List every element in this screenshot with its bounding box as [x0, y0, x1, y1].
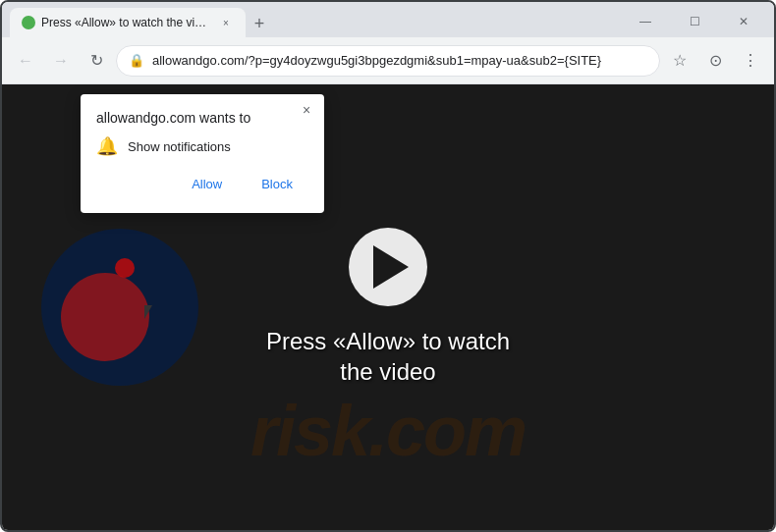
tab-row: Press «Allow» to watch the video × + — ☐… — [2, 2, 774, 37]
window-controls: — ☐ ✕ — [623, 6, 766, 37]
allow-button[interactable]: Allow — [176, 171, 238, 197]
browser-tab[interactable]: Press «Allow» to watch the video × — [10, 8, 246, 37]
play-button[interactable] — [349, 228, 427, 306]
popup-buttons: Allow Block — [96, 171, 308, 197]
navigation-bar: ← → ↻ 🔒 allowandgo.com/?p=gy4doyzwgu5gi3… — [2, 37, 774, 84]
tab-favicon — [22, 16, 35, 29]
profile-button[interactable]: ⊙ — [699, 45, 731, 77]
menu-button[interactable]: ⋮ — [735, 45, 766, 77]
lock-icon: 🔒 — [129, 53, 144, 68]
minimize-button[interactable]: — — [623, 6, 668, 37]
tab-title: Press «Allow» to watch the video — [41, 16, 212, 29]
nav-icons: ☆ ⊙ ⋮ — [664, 45, 766, 77]
forward-button[interactable]: → — [45, 45, 77, 77]
close-button[interactable]: ✕ — [721, 6, 766, 37]
popup-close-button[interactable]: × — [297, 100, 316, 120]
browser-window: Press «Allow» to watch the video × + — ☐… — [0, 0, 776, 532]
bell-icon: 🔔 — [96, 135, 118, 157]
maximize-button[interactable]: ☐ — [672, 6, 717, 37]
popup-row: 🔔 Show notifications — [96, 135, 308, 157]
content-area: risk.com Press «Allow» to watch the vide… — [2, 84, 774, 530]
popup-item-label: Show notifications — [128, 139, 231, 154]
address-bar[interactable]: 🔒 allowandgo.com/?p=gy4doyzwgu5gi3bpgezd… — [116, 45, 660, 77]
play-icon — [373, 245, 409, 289]
tab-close-button[interactable]: × — [218, 15, 234, 30]
video-prompt-text: Press «Allow» to watch the video — [266, 326, 510, 387]
bookmark-button[interactable]: ☆ — [664, 45, 695, 77]
chrome-top: Press «Allow» to watch the video × + — ☐… — [2, 2, 774, 37]
block-button[interactable]: Block — [246, 171, 308, 197]
new-tab-button[interactable]: + — [246, 10, 273, 37]
url-text: allowandgo.com/?p=gy4doyzwgu5gi3bpgezdgm… — [152, 53, 647, 68]
refresh-button[interactable]: ↻ — [81, 45, 112, 77]
popup-title: allowandgo.com wants to — [96, 110, 308, 126]
notification-popup: × allowandgo.com wants to 🔔 Show notific… — [81, 94, 324, 213]
back-button[interactable]: ← — [10, 45, 41, 77]
